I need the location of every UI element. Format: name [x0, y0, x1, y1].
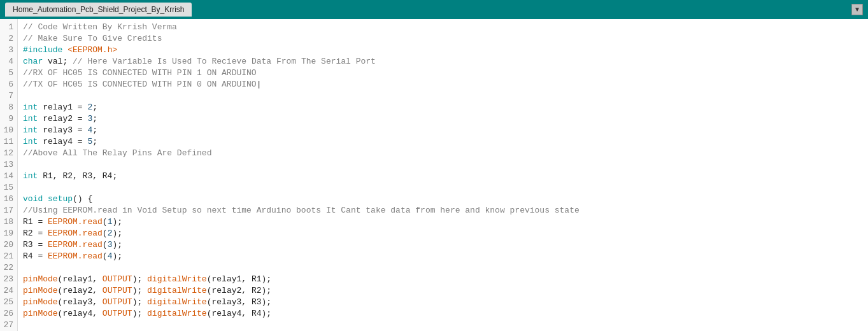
code-line-23: pinMode(relay1, OUTPUT); digitalWrite(re…: [23, 274, 863, 285]
code-line-18: R1 = EEPROM.read(1);: [23, 216, 863, 228]
code-line-9: int relay2 = 3;: [23, 113, 863, 125]
code-line-17: //Using EEPROM.read in Void Setup so nex…: [23, 205, 863, 216]
code-container: 1 2 3 4 5 6 7 8 9 10 11 12 13 14 15 16 1…: [0, 19, 868, 331]
code-line-26: pinMode(relay4, OUTPUT); digitalWrite(re…: [23, 308, 863, 320]
code-line-4: char val; // Here Variable Is Used To Re…: [23, 56, 863, 67]
line-numbers: 1 2 3 4 5 6 7 8 9 10 11 12 13 14 15 16 1…: [0, 19, 18, 331]
code-line-1: // Code Written By Krrish Verma: [23, 22, 863, 33]
code-line-16: void setup() {: [23, 194, 863, 205]
code-line-21: R4 = EEPROM.read(4);: [23, 251, 863, 262]
main-window: Home_Automation_Pcb_Shield_Project_By_Kr…: [0, 0, 868, 331]
code-line-11: int relay4 = 5;: [23, 136, 863, 148]
code-line-22: [23, 262, 863, 274]
code-area[interactable]: // Code Written By Krrish Verma // Make …: [18, 19, 868, 331]
tab-dropdown-button[interactable]: ▼: [851, 4, 863, 15]
code-line-12: //Above All The Relay Pins Are Defined: [23, 148, 863, 159]
code-line-6: //TX OF HC05 IS CONNECTED WITH PIN 0 ON …: [23, 79, 863, 90]
code-line-20: R3 = EEPROM.read(3);: [23, 239, 863, 251]
code-line-27: [23, 320, 863, 331]
code-line-8: int relay1 = 2;: [23, 102, 863, 113]
code-line-14: int R1, R2, R3, R4;: [23, 171, 863, 182]
code-line-24: pinMode(relay2, OUTPUT); digitalWrite(re…: [23, 285, 863, 297]
code-line-2: // Make Sure To Give Credits: [23, 33, 863, 45]
code-line-10: int relay3 = 4;: [23, 125, 863, 136]
code-line-13: [23, 159, 863, 171]
code-line-19: R2 = EEPROM.read(2);: [23, 228, 863, 239]
code-line-5: //RX OF HC05 IS CONNECTED WITH PIN 1 ON …: [23, 67, 863, 79]
code-line-3: #include <EEPROM.h>: [23, 45, 863, 56]
title-bar: Home_Automation_Pcb_Shield_Project_By_Kr…: [0, 0, 868, 19]
editor-area: 1 2 3 4 5 6 7 8 9 10 11 12 13 14 15 16 1…: [0, 19, 868, 331]
tab-home-automation[interactable]: Home_Automation_Pcb_Shield_Project_By_Kr…: [5, 3, 192, 17]
code-line-15: [23, 182, 863, 194]
code-line-25: pinMode(relay3, OUTPUT); digitalWrite(re…: [23, 297, 863, 308]
code-line-7: [23, 90, 863, 102]
